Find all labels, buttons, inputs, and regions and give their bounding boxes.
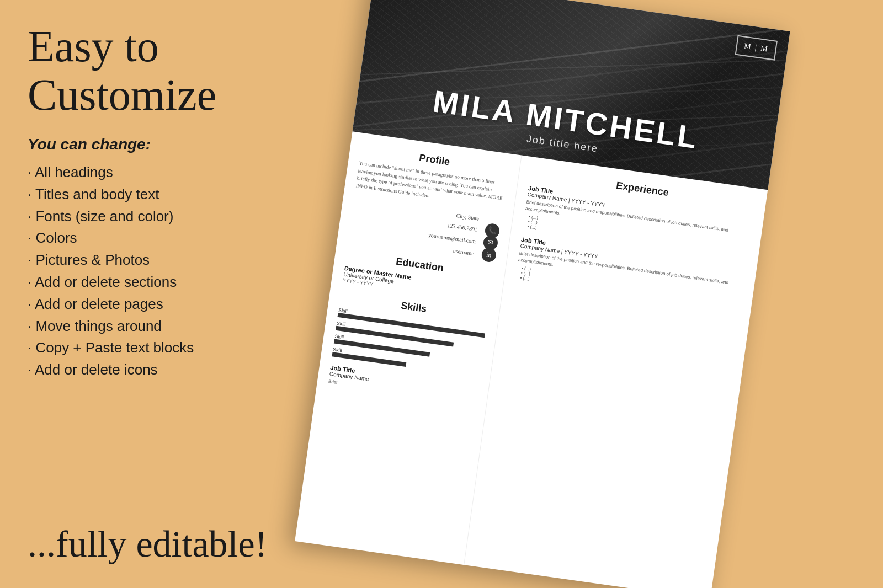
contact-section: City, State 123.456.7891 📞 yourname@mail… (348, 198, 501, 261)
resume-body: Profile You can include "about me" in th… (295, 131, 768, 588)
resume-container: M | M MILA MITCHELL Job title here Profi… (102, 0, 846, 588)
resume-page: M | M MILA MITCHELL Job title here Profi… (295, 0, 790, 588)
linkedin-icon: in (481, 247, 497, 263)
skills-section: Skills Skill Skill Skill Skill (328, 291, 488, 405)
